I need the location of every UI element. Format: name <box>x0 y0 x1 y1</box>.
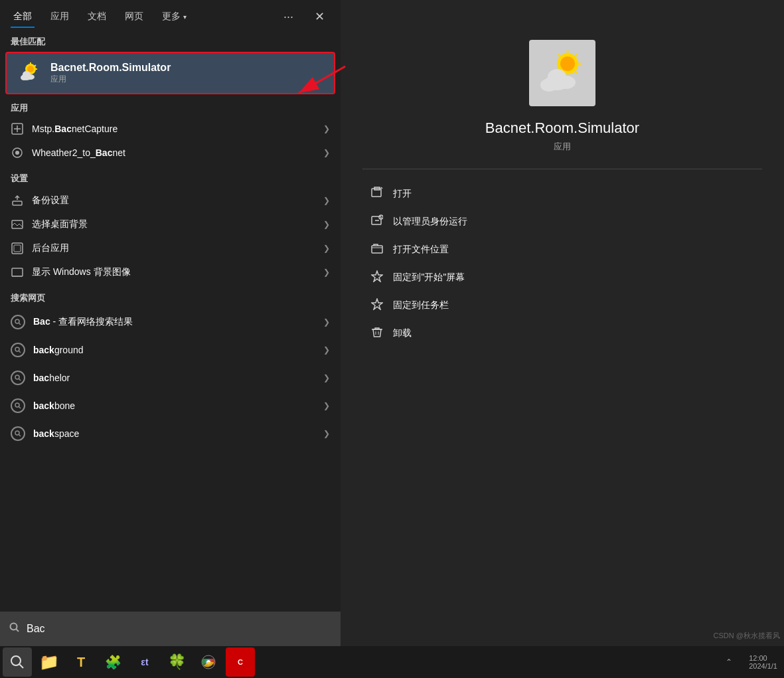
svg-line-29 <box>19 435 21 437</box>
app-text-wheather: Wheather2_to_Bacnet <box>32 147 315 158</box>
chevron-down-icon: ▾ <box>183 13 187 21</box>
svg-line-38 <box>558 54 561 57</box>
taskbar: 📁 T 🧩 εt 🍀 C ⌃ 12:00 2024/1/1 <box>0 646 784 678</box>
search-text-background: background <box>33 345 315 355</box>
action-list: 打开 以管理员身份运行 打开文件位置 固定到"开始"屏幕 固定到任务栏 <box>362 180 761 347</box>
tab-apps[interactable]: 应用 <box>48 5 72 28</box>
open-icon <box>370 187 384 201</box>
app-item-mstp[interactable]: Mstp.BacnetCapture ❯ <box>0 117 341 141</box>
settings-text-windows-bg: 显示 Windows 背景图像 <box>32 266 315 278</box>
backup-icon <box>11 194 24 207</box>
search-panel: 全部 应用 文档 网页 更多 ▾ ··· ✕ 最佳匹配 <box>0 0 341 651</box>
taskbar-et[interactable]: εt <box>130 647 159 677</box>
taskbar-system-tray[interactable]: ⌃ <box>714 647 744 677</box>
right-panel-app-title: Bacnet.Room.Simulator <box>485 120 639 137</box>
svg-point-30 <box>11 624 17 630</box>
chevron-right-icon-backspace: ❯ <box>323 429 330 438</box>
taskbar-app5[interactable]: 🍀 <box>162 647 191 677</box>
svg-point-22 <box>15 347 19 351</box>
search-back-bold3: back <box>33 400 54 411</box>
best-match-text: Bacnet.Room.Simulator 应用 <box>50 62 171 85</box>
title-bold: Bac <box>50 62 70 73</box>
settings-text-background-apps: 后台应用 <box>32 242 315 254</box>
chevron-right-icon-bgapps: ❯ <box>323 244 330 253</box>
taskbar-right: ⌃ 12:00 2024/1/1 <box>714 647 781 677</box>
action-run-admin[interactable]: 以管理员身份运行 <box>362 208 761 236</box>
svg-rect-47 <box>372 246 382 253</box>
svg-point-24 <box>15 375 19 379</box>
search-text-bac: Bac - 查看网络搜索结果 <box>33 316 315 328</box>
settings-text-wallpaper: 选择桌面背景 <box>32 218 315 230</box>
taskbar-search-icon[interactable] <box>3 647 32 677</box>
search-result-backspace[interactable]: backspace ❯ <box>0 420 341 448</box>
search-input[interactable] <box>27 623 331 635</box>
svg-point-20 <box>15 319 19 323</box>
chevron-right-icon-backup: ❯ <box>323 196 330 205</box>
search-circle-icon-backbone <box>11 398 25 413</box>
svg-point-42 <box>548 69 566 85</box>
action-pin-taskbar-label: 固定到任务栏 <box>393 299 449 311</box>
svg-rect-17 <box>14 245 21 252</box>
right-panel-app-subtitle: 应用 <box>554 141 571 153</box>
tab-docs[interactable]: 文档 <box>85 5 109 28</box>
taskbar-chrome[interactable] <box>194 647 223 677</box>
watermark: CSDN @秋水揽看风 <box>714 631 780 641</box>
svg-point-28 <box>15 431 19 435</box>
taskbar-typora[interactable]: T <box>66 647 96 677</box>
best-match-label: 最佳匹配 <box>0 28 341 52</box>
search-backspace-rest: space <box>54 428 79 439</box>
wallpaper-icon <box>11 218 24 231</box>
close-button[interactable]: ✕ <box>309 7 330 27</box>
right-panel: Bacnet.Room.Simulator 应用 打开 以管理员身份运行 打开文… <box>341 0 784 651</box>
app-text-wheather-prefix: Wheather2_to_ <box>32 147 96 158</box>
search-circle-icon-bac <box>11 315 25 329</box>
search-text-backbone: backbone <box>33 400 315 411</box>
search-result-backbone[interactable]: backbone ❯ <box>0 392 341 420</box>
taskbar-file-explorer[interactable]: 📁 <box>35 647 64 677</box>
settings-item-backup[interactable]: 备份设置 ❯ <box>0 189 341 212</box>
action-pin-taskbar[interactable]: 固定到任务栏 <box>362 292 761 319</box>
action-open-location[interactable]: 打开文件位置 <box>362 236 761 264</box>
search-circle-icon-backspace <box>11 426 25 441</box>
settings-item-wallpaper[interactable]: 选择桌面背景 ❯ <box>0 212 341 236</box>
search-text-backspace: backspace <box>33 428 315 439</box>
settings-text-backup: 备份设置 <box>32 195 315 207</box>
best-match-subtitle: 应用 <box>50 74 171 85</box>
svg-rect-16 <box>12 243 23 254</box>
app-text-mstp-bold: Bac <box>54 124 72 134</box>
settings-item-windows-bg[interactable]: 显示 Windows 背景图像 ❯ <box>0 260 341 284</box>
ellipsis-button[interactable]: ··· <box>278 7 299 27</box>
tab-web[interactable]: 网页 <box>122 5 146 28</box>
settings-item-background-apps[interactable]: 后台应用 ❯ <box>0 236 341 260</box>
search-backbone-rest: bone <box>54 400 75 411</box>
action-pin-start-label: 固定到"开始"屏幕 <box>393 272 465 284</box>
tab-all[interactable]: 全部 <box>11 5 35 28</box>
best-match-item[interactable]: Bacnet.Room.Simulator 应用 <box>5 52 335 94</box>
app-item-wheather[interactable]: Wheather2_to_Bacnet ❯ <box>0 141 341 165</box>
app-icon-small <box>16 60 42 86</box>
taskbar-csdn[interactable]: C <box>226 647 255 677</box>
svg-line-27 <box>19 407 21 409</box>
search-result-background[interactable]: background ❯ <box>0 336 341 364</box>
window-controls: ··· ✕ <box>278 7 330 27</box>
chevron-right-icon-wheather: ❯ <box>323 148 330 157</box>
search-bar <box>0 612 341 646</box>
pin-start-icon <box>370 270 384 285</box>
action-uninstall[interactable]: 卸载 <box>362 319 761 347</box>
search-result-bac[interactable]: Bac - 查看网络搜索结果 ❯ <box>0 308 341 336</box>
app-text-mstp-prefix: Mstp. <box>32 124 54 134</box>
app-icon-mstp <box>11 122 24 135</box>
action-pin-start[interactable]: 固定到"开始"屏幕 <box>362 264 761 292</box>
uninstall-icon <box>370 326 384 341</box>
settings-section-label: 设置 <box>0 165 341 189</box>
action-open[interactable]: 打开 <box>362 180 761 208</box>
chevron-right-icon-wallpaper: ❯ <box>323 220 330 229</box>
svg-line-23 <box>19 351 21 353</box>
app-text-mstp-suffix: netCapture <box>72 124 118 134</box>
svg-line-31 <box>17 630 19 632</box>
tab-more[interactable]: 更多 ▾ <box>159 5 189 28</box>
search-back-bold1: back <box>33 345 54 355</box>
taskbar-jetbrains[interactable]: 🧩 <box>98 647 127 677</box>
search-bac-rest: - 查看网络搜索结果 <box>50 316 133 327</box>
search-result-bachelor[interactable]: bachelor ❯ <box>0 364 341 392</box>
